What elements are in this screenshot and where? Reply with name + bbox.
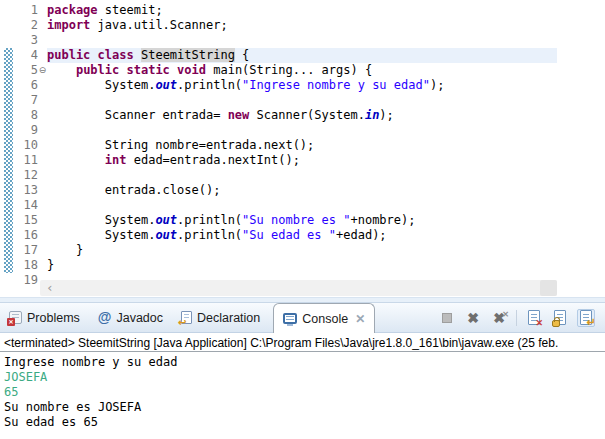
- code-line[interactable]: 12: [0, 168, 605, 183]
- line-number[interactable]: 3: [0, 33, 38, 48]
- line-number[interactable]: 9: [0, 123, 38, 138]
- fold-column: [38, 168, 47, 183]
- code-line[interactable]: 6 System.out.println("Ingrese nombre y s…: [0, 78, 605, 93]
- code-line[interactable]: 14: [0, 198, 605, 213]
- scroll-lock-icon[interactable]: [551, 309, 569, 327]
- code-line[interactable]: 16 System.out.println("Su edad es "+edad…: [0, 228, 605, 243]
- code-text: import java.util.Scanner;: [47, 18, 557, 33]
- tab-label: Console: [302, 312, 348, 326]
- fold-column: [38, 243, 47, 258]
- tab-console[interactable]: Console ✕: [273, 303, 375, 333]
- fold-column: [38, 108, 47, 123]
- remove-launch-icon[interactable]: ✖: [464, 309, 482, 327]
- tab-declaration[interactable]: Declaration: [172, 303, 269, 332]
- tab-label: Javadoc: [116, 311, 163, 325]
- line-number[interactable]: 12: [0, 168, 38, 183]
- fold-column: [38, 33, 47, 48]
- code-text: [47, 168, 557, 183]
- code-line[interactable]: 3: [0, 33, 605, 48]
- line-number[interactable]: 14: [0, 198, 38, 213]
- terminate-icon[interactable]: [438, 309, 456, 327]
- fold-column: [38, 18, 47, 33]
- fold-column: [38, 138, 47, 153]
- close-icon[interactable]: ✕: [355, 312, 365, 326]
- code-line[interactable]: 18}: [0, 258, 605, 273]
- line-number[interactable]: 18: [0, 258, 38, 273]
- fold-collapse-icon[interactable]: ⊖: [38, 63, 47, 78]
- code-text: [47, 33, 557, 48]
- code-line[interactable]: 2import java.util.Scanner;: [0, 18, 605, 33]
- line-number[interactable]: 4: [0, 48, 38, 63]
- clear-console-icon[interactable]: ✕: [525, 309, 543, 327]
- fold-column: [38, 123, 47, 138]
- code-line[interactable]: 7: [0, 93, 605, 108]
- tab-label: Problems: [27, 311, 80, 325]
- code-line[interactable]: 9: [0, 123, 605, 138]
- line-number[interactable]: 1: [0, 3, 38, 18]
- line-number[interactable]: 8: [0, 108, 38, 123]
- line-number[interactable]: 11: [0, 153, 38, 168]
- console-line: 65: [4, 385, 605, 400]
- code-text: System.out.println("Ingrese nombre y su …: [47, 78, 557, 93]
- problems-icon: ✕: [9, 311, 22, 324]
- line-number[interactable]: 5: [0, 63, 38, 78]
- fold-column: [38, 213, 47, 228]
- tab-label: Declaration: [197, 311, 260, 325]
- tab-problems[interactable]: ✕ Problems: [0, 303, 89, 332]
- toolbar-separator: [516, 310, 517, 326]
- line-number[interactable]: 6: [0, 78, 38, 93]
- remove-all-terminated-icon[interactable]: ✖✕: [490, 309, 508, 327]
- code-text: int edad=entrada.nextInt();: [47, 153, 557, 168]
- occurrence-highlight: SteemitString: [141, 48, 235, 62]
- code-line[interactable]: 15 System.out.println("Su nombre es "+no…: [0, 213, 605, 228]
- fold-column: [38, 198, 47, 213]
- code-line[interactable]: 5⊖ public static void main(String... arg…: [0, 63, 605, 78]
- code-text: }: [47, 243, 557, 258]
- code-area[interactable]: 1package steemit;2import java.util.Scann…: [0, 0, 605, 288]
- code-line[interactable]: 4public class SteemitString {: [0, 48, 605, 63]
- fold-column: [38, 48, 47, 63]
- code-line[interactable]: 8 Scanner entrada= new Scanner(System.in…: [0, 108, 605, 123]
- code-text: [47, 198, 557, 213]
- console-line: JOSEFA: [4, 370, 605, 385]
- console-line: Su edad es 65: [4, 415, 605, 430]
- code-line[interactable]: 13 entrada.close();: [0, 183, 605, 198]
- console-line: Su nombre es JOSEFA: [4, 400, 605, 415]
- console-toolbar: ✖ ✖✕ ✕ ↵: [438, 303, 605, 332]
- code-text: package steemit;: [47, 3, 557, 18]
- code-line[interactable]: 1package steemit;: [0, 3, 605, 18]
- fold-column: [38, 258, 47, 273]
- console-icon: [283, 313, 297, 324]
- code-line[interactable]: 17 }: [0, 243, 605, 258]
- line-number[interactable]: 10: [0, 138, 38, 153]
- fold-column: [38, 3, 47, 18]
- line-number[interactable]: 2: [0, 18, 38, 33]
- scroll-left-icon[interactable]: ‹: [40, 281, 54, 295]
- line-number[interactable]: 16: [0, 228, 38, 243]
- console-output[interactable]: Ingrese nombre y su edadJOSEFA65Su nombr…: [0, 352, 605, 430]
- code-text: Scanner entrada= new Scanner(System.in);: [47, 108, 557, 123]
- console-line: Ingrese nombre y su edad: [4, 355, 605, 370]
- code-text: System.out.println("Su edad es "+edad);: [47, 228, 557, 243]
- scrollbar-end-block: [540, 280, 557, 296]
- declaration-icon: [181, 311, 192, 324]
- fold-column: [38, 153, 47, 168]
- java-editor[interactable]: 1package steemit;2import java.util.Scann…: [0, 0, 605, 297]
- fold-column: [38, 78, 47, 93]
- horizontal-scrollbar[interactable]: ‹: [40, 280, 557, 296]
- line-number[interactable]: 13: [0, 183, 38, 198]
- fold-column: [38, 93, 47, 108]
- code-text: System.out.println("Su nombre es "+nombr…: [47, 213, 557, 228]
- code-text: String nombre=entrada.next();: [47, 138, 557, 153]
- bottom-view-tabbar: ✕ Problems @ Javadoc Declaration Console…: [0, 302, 605, 333]
- line-number[interactable]: 7: [0, 93, 38, 108]
- line-number[interactable]: 19: [0, 273, 38, 288]
- tab-javadoc[interactable]: @ Javadoc: [89, 303, 172, 332]
- code-line[interactable]: 11 int edad=entrada.nextInt();: [0, 153, 605, 168]
- code-text: }: [47, 258, 557, 273]
- display-selected-console-icon[interactable]: ↵: [577, 309, 595, 327]
- line-number[interactable]: 15: [0, 213, 38, 228]
- line-number[interactable]: 17: [0, 243, 38, 258]
- code-text: public static void main(String... args) …: [47, 63, 557, 78]
- code-line[interactable]: 10 String nombre=entrada.next();: [0, 138, 605, 153]
